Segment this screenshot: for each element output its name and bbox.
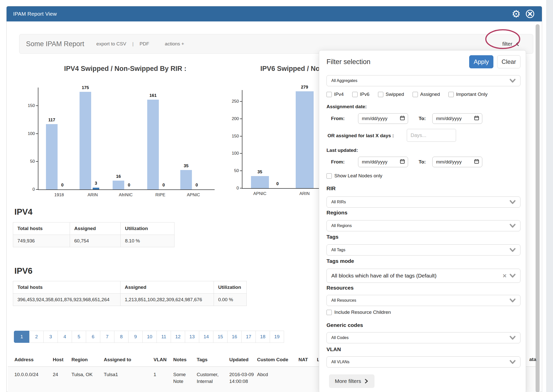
tags-select-value: All Tags [331,248,345,252]
updated-to-label: To: [419,159,426,165]
column-header-address[interactable]: Address [14,357,34,362]
leaf-nodes-checkbox[interactable] [326,173,332,179]
x-axis [38,189,215,190]
rir-label: RIR [326,185,336,191]
page-button-16[interactable]: 16 [227,331,242,343]
page-button-4[interactable]: 4 [58,331,72,343]
filter-panel: Filter selection Apply Clear All Aggrega… [319,50,526,392]
aggregates-select[interactable]: All Aggregates [326,75,520,86]
aggregates-select-value: All Aggregates [331,78,357,83]
checkbox-important-only[interactable] [448,92,454,97]
vlan-select[interactable]: All VLANs [326,356,520,368]
export-csv-link[interactable]: export to CSV [96,41,126,47]
ipv4-assigned-value: 60,754 [70,235,121,247]
bar-value-label: 117 [43,118,61,123]
include-children-checkbox[interactable] [326,310,332,315]
settings-gear-icon[interactable]: ⚙ [512,9,521,19]
page-button-13[interactable]: 13 [185,331,199,343]
page-button-1[interactable]: 1 [14,331,30,343]
page-button-2[interactable]: 2 [29,331,44,343]
tags-select[interactable]: All Tags [326,244,520,256]
actions-menu[interactable]: actions + [165,41,184,47]
close-icon[interactable] [525,9,535,19]
page-button-17[interactable]: 17 [241,331,256,343]
more-filters-button[interactable]: More filters [329,374,374,388]
page-button-11[interactable]: 11 [157,331,171,343]
y-tick-label: 0 [224,186,239,191]
filter-panel-title: Filter selection [326,58,370,66]
vertical-scrollbar[interactable] [536,24,540,392]
updated-from-date-input[interactable]: mm/dd/yyyy [358,157,408,167]
y-tick-label: 0 [20,187,35,192]
regions-select-value: All Regions [331,223,352,228]
tags-mode-select[interactable]: All blocks which have all of the tags (D… [326,269,520,283]
column-header-updated[interactable]: Updated [229,357,248,362]
checkbox-ipv4[interactable] [326,92,332,97]
generic-codes-select[interactable]: All Codes [326,332,520,343]
y-tick-mark [36,161,38,162]
pagination: 12345678910111213141516171819 [14,331,284,343]
page-button-15[interactable]: 15 [213,331,228,343]
x-category-label: RIPE [146,192,174,198]
resources-select-value: All Resources [331,298,356,303]
calendar-icon [474,115,479,122]
checkbox-ipv6[interactable] [352,92,358,97]
column-header-notes[interactable]: Notes [173,357,187,362]
ipv4-total-hosts-value: 749,936 [13,235,70,247]
leaf-nodes-checkbox-row: Show Leaf Nodes only [326,173,382,179]
assignment-to-date-input[interactable]: mm/dd/yyyy [432,113,482,124]
column-header-custom-code[interactable]: Custom Code [257,357,288,362]
include-children-checkbox-row: Include Resource Children [326,310,391,315]
column-header-nat[interactable]: NAT [298,357,308,362]
bar-value-label: 0 [155,183,172,188]
column-header-vlan[interactable]: VLAN [154,357,167,362]
resources-select[interactable]: All Resources [326,295,520,306]
apply-button[interactable]: Apply [469,55,493,68]
rir-select[interactable]: All RIRs [326,197,520,208]
screen: IPAM Report View ⚙ Some IPAM Report expo… [0,0,553,392]
column-header-tags[interactable]: Tags [197,357,208,362]
regions-select[interactable]: All Regions [326,220,520,231]
or-days-label: OR assigned for last X days : [328,133,394,138]
checkbox-label: Important Only [456,92,488,97]
assignment-from-date-input[interactable]: mm/dd/yyyy [358,113,408,124]
clear-button[interactable]: Clear [497,55,520,68]
page-button-18[interactable]: 18 [256,331,270,343]
bar-value-label: 279 [296,85,313,90]
bar-value-label: 0 [54,183,71,188]
page-button-9[interactable]: 9 [128,331,143,343]
filter-checkbox-item-ipv4: IPv4 [326,92,344,97]
generic-codes-select-value: All Codes [331,335,348,340]
column-header-host[interactable]: Host [53,357,63,362]
column-header-assigned-to[interactable]: Assigned to [104,357,131,362]
ipv6-col-assigned: Assigned [120,281,214,294]
days-input[interactable] [407,129,456,142]
ipv6-total-hosts-value: 396,453,924,358,601,876,923,968,651,264 [13,294,120,306]
ipv4-utilization-value: 8.10 % [121,235,174,247]
record-cell: Abcd [257,371,290,378]
filter-toggle-button[interactable]: filter [502,41,520,47]
more-filters-label: More filters [335,378,361,384]
page-button-14[interactable]: 14 [199,331,213,343]
page-button-19[interactable]: 19 [270,331,284,343]
page-button-3[interactable]: 3 [43,331,58,343]
page-button-5[interactable]: 5 [72,331,86,343]
page-button-6[interactable]: 6 [86,331,100,343]
page-button-7[interactable]: 7 [100,331,114,343]
chevron-down-icon [509,359,516,365]
page-button-8[interactable]: 8 [114,331,129,343]
page-button-12[interactable]: 12 [171,331,185,343]
clear-selection-icon[interactable]: × [503,272,507,279]
column-header-region[interactable]: Region [71,357,88,362]
checkbox-assigned[interactable] [413,92,418,97]
chart-title-ipv4: IPV4 Swipped / Non-Swipped By RIR : [42,65,209,73]
checkbox-swipped[interactable] [378,92,383,97]
y-tick-mark [36,105,38,106]
bar-value-label: 161 [144,93,162,98]
updated-to-date-input[interactable]: mm/dd/yyyy [432,157,482,167]
bar-value-label: 35 [251,170,269,175]
calendar-icon [400,115,405,122]
page-button-10[interactable]: 10 [142,331,157,343]
filter-checkbox-item-swipped: Swipped [378,92,404,97]
export-pdf-link[interactable]: PDF [140,41,149,47]
